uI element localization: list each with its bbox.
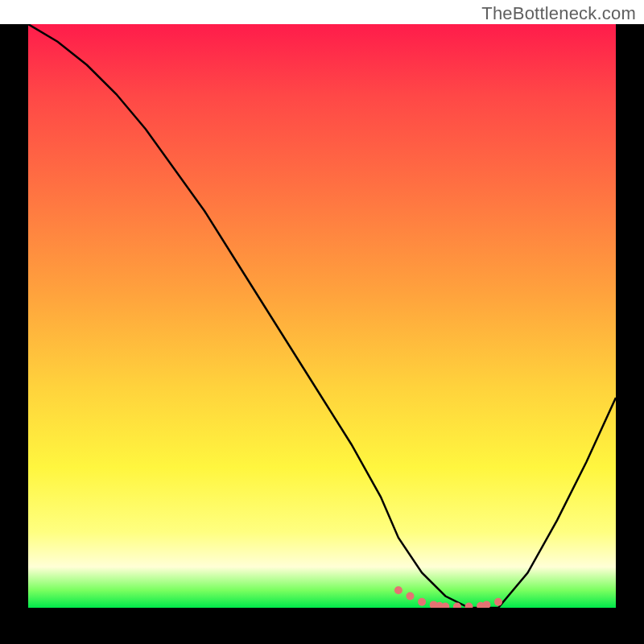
min-marker — [418, 598, 426, 606]
min-marker — [494, 598, 502, 606]
plot-outer — [0, 24, 644, 644]
curve-svg — [28, 24, 616, 608]
plot-area — [28, 24, 616, 608]
min-marker — [394, 586, 402, 594]
axis-right-bar — [616, 24, 644, 608]
main-curve — [28, 24, 616, 608]
min-marker — [482, 601, 490, 608]
axis-bottom-bar — [0, 608, 644, 644]
chart-frame: TheBottleneck.com — [0, 0, 644, 644]
min-marker — [407, 592, 415, 601]
watermark-text: TheBottleneck.com — [481, 3, 636, 24]
axis-left-bar — [0, 24, 28, 608]
